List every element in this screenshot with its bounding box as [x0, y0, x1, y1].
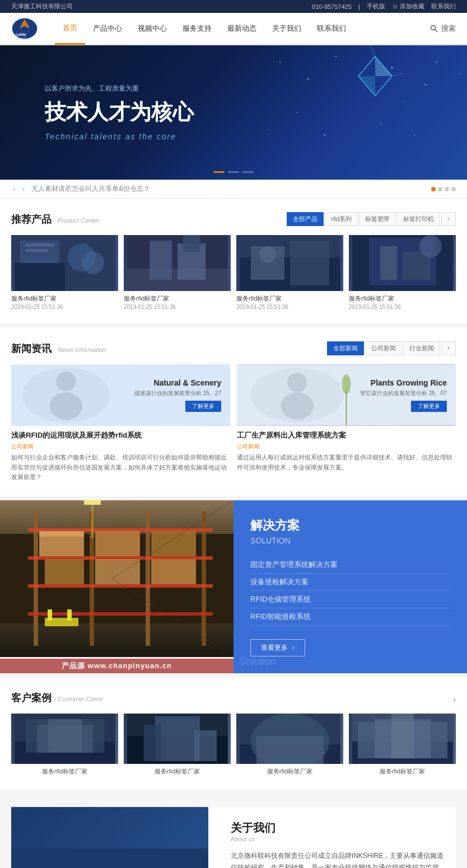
svg-point-51: [56, 372, 76, 391]
hero-dot-1[interactable]: [213, 171, 225, 173]
contact-link[interactable]: 联系我们: [431, 2, 456, 11]
svg-point-16: [268, 129, 269, 130]
svg-rect-93: [144, 725, 161, 761]
case-img-4: [349, 714, 456, 764]
solution-item-3[interactable]: RFID仓储管理系统: [250, 591, 450, 608]
product-img-2: [124, 235, 231, 291]
case-card-3[interactable]: 服务rfid标签厂家: [236, 714, 343, 776]
news-card-2[interactable]: Plants Growing Rice 管它该行业的发展前景分析 25、07 了…: [237, 364, 456, 482]
nav-item-about[interactable]: 关于我们: [264, 12, 309, 45]
hero-banner: 以客户所求为先、工程质量为重 技术人才为核心 Technical talents…: [0, 45, 467, 180]
svg-rect-46: [380, 246, 397, 280]
svg-rect-89: [15, 714, 115, 764]
product-date-1: 2019-01-25 15:51:36: [11, 304, 118, 310]
product-card-1[interactable]: 服务rfid标签厂家 2019-01-25 15:51:36: [11, 235, 118, 310]
svg-rect-78: [48, 609, 52, 621]
tab-company-news[interactable]: 公司新闻: [365, 341, 402, 355]
breadcrumb-next[interactable]: ›: [20, 185, 27, 193]
tab-industry-news[interactable]: 行业新闻: [403, 341, 440, 355]
tab-more-news[interactable]: ›: [441, 341, 456, 355]
nav-item-products[interactable]: 产品中心: [85, 12, 130, 45]
news-tabs: 全部新闻 公司新闻 行业新闻 ›: [327, 341, 456, 355]
svg-text:Lable: Lable: [16, 32, 26, 36]
breadcrumb-dot-1[interactable]: [431, 187, 436, 191]
svg-rect-28: [15, 263, 65, 291]
favorites-link[interactable]: ☆ 添加收藏: [392, 2, 424, 11]
solution-more-arrow: ›: [292, 644, 295, 651]
svg-rect-103: [391, 714, 414, 758]
search-button[interactable]: 搜索: [430, 24, 456, 34]
nav-item-news[interactable]: 最新动态: [220, 12, 264, 45]
news-card-tag-2: 公司新闻: [237, 443, 456, 451]
solution-item-1[interactable]: 固定资产管理系统解决方案: [250, 556, 450, 574]
cases-title: 客户案例 Customer Client: [11, 691, 102, 705]
news-banner-title-2: Plants Growing Rice: [360, 378, 447, 387]
overlay-watermark: 产品源 www.chanpinyuan.cn: [0, 659, 233, 673]
news-card-title-1: 浅谈RFID的运用现状及展开趋势rfid系统: [11, 430, 230, 440]
breadcrumb-nav: ‹ ›: [11, 185, 27, 193]
solution-section: 产品源 www.chanpinyuan.cn 解决方案 SOLUTION 固定资…: [0, 500, 467, 673]
case-card-1[interactable]: 服务rfid标签厂家: [11, 714, 118, 776]
about-inner: 关于我们 About us 北京微科联科技有限责任公司成立自品牌INKSHIRE…: [11, 807, 456, 868]
logo[interactable]: Lable SPACE: [11, 17, 38, 40]
cases-more[interactable]: ›: [453, 695, 456, 705]
tab-labels[interactable]: 标签塑带: [359, 212, 396, 226]
case-img-2: [124, 714, 231, 764]
svg-rect-98: [256, 736, 324, 764]
svg-rect-81: [91, 505, 94, 538]
tab-printers[interactable]: 标签打印机: [397, 212, 440, 226]
product-card-4[interactable]: 服务rfid标签厂家 2019-01-25 15:51:36: [349, 235, 456, 310]
svg-rect-42: [290, 241, 329, 285]
nav-item-contact[interactable]: 联系我们: [309, 12, 354, 45]
product-card-3[interactable]: 服务rfid标签厂家 2019-01-25 15:51:36: [236, 235, 343, 310]
solution-watermark: Solution: [239, 656, 275, 668]
svg-rect-72: [45, 559, 84, 584]
svg-point-55: [287, 373, 307, 392]
svg-point-56: [281, 392, 314, 420]
svg-point-19: [380, 123, 381, 124]
product-card-2[interactable]: 服务rfid标签厂家 2019-01-25 15:51:36: [124, 235, 231, 310]
tab-more-products[interactable]: ›: [441, 212, 456, 226]
mobile-link[interactable]: 手机版: [367, 2, 385, 11]
svg-rect-104: [11, 848, 208, 868]
products-header: 推荐产品 Product Center 全部产品 rfid系列 标签塑带 标签打…: [11, 212, 456, 226]
svg-rect-74: [95, 559, 140, 584]
breadcrumb-dot-3[interactable]: [445, 187, 449, 191]
news-title-zh: 新闻资讯: [11, 343, 52, 354]
svg-point-5: [431, 26, 436, 30]
nav-item-service[interactable]: 服务支持: [175, 12, 220, 45]
svg-rect-92: [155, 716, 200, 761]
phone-number[interactable]: 010-85757425: [312, 3, 352, 10]
news-section: 新闻资讯 News Information 全部新闻 公司新闻 行业新闻 › N: [0, 328, 467, 496]
tab-rfid[interactable]: rfid系列: [325, 212, 358, 226]
hero-dot-2[interactable]: [228, 171, 239, 173]
svg-point-12: [403, 101, 404, 102]
search-icon: [430, 25, 438, 32]
svg-marker-23: [358, 76, 375, 96]
news-card-desc-1: 如何与行业企业和客户服务计划、调处、培训培训可行分析如何提供帮助相接近而实管控与…: [11, 453, 230, 482]
nav-item-video[interactable]: 视频中心: [130, 12, 175, 45]
news-btn-1[interactable]: 了解更多: [185, 401, 221, 412]
news-card-tag-1: 公司新闻: [11, 443, 230, 451]
breadcrumb-dot-2[interactable]: [438, 187, 442, 191]
news-img-1: Natural & Scenery 描述该行业的发展前景分析 25、27 了解更…: [11, 364, 230, 426]
breadcrumb-dots: [431, 187, 456, 191]
cases-grid: 服务rfid标签厂家 服务rfid标签厂家: [11, 714, 456, 776]
solution-item-4[interactable]: RFID智能巡检系统: [250, 608, 450, 626]
breadcrumb-prev[interactable]: ‹: [11, 185, 18, 193]
svg-rect-38: [183, 235, 200, 252]
news-btn-2[interactable]: 了解更多: [411, 401, 447, 412]
tab-all-products[interactable]: 全部产品: [287, 212, 324, 226]
breadcrumb-dot-4[interactable]: [451, 187, 456, 191]
hero-subtitle: 以客户所求为先、工程质量为重: [45, 84, 194, 93]
tab-all-news[interactable]: 全部新闻: [327, 341, 364, 355]
solution-item-2[interactable]: 设备巡检解决方案: [250, 574, 450, 591]
hero-dot-3[interactable]: [242, 171, 254, 173]
case-card-2[interactable]: 服务rfid标签厂家: [124, 714, 231, 776]
about-content: 关于我们 About us 北京微科联科技有限责任公司成立自品牌INKSHIRE…: [220, 807, 456, 868]
solution-more-button[interactable]: 查看更多 ›: [250, 639, 305, 656]
news-card-1[interactable]: Natural & Scenery 描述该行业的发展前景分析 25、27 了解更…: [11, 364, 230, 482]
case-card-4[interactable]: 服务rfid标签厂家: [349, 714, 456, 776]
svg-point-13: [436, 62, 437, 63]
nav-item-home[interactable]: 首页: [55, 12, 85, 45]
